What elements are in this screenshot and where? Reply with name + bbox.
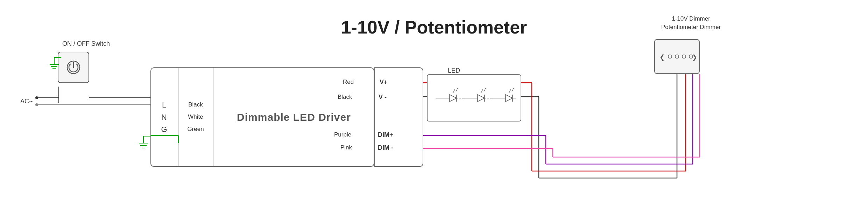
g-letter: G [161,123,167,135]
terminal-black-label: Black [338,94,352,101]
vplus-label: V+ [380,79,388,86]
svg-point-62 [35,103,38,106]
lng-letters: L N G [161,99,167,136]
svg-marker-15 [506,95,513,102]
led-box [427,74,521,121]
svg-line-17 [509,89,511,93]
svg-marker-9 [478,95,485,102]
svg-point-21 [668,55,672,58]
lng-section: L N G [150,67,178,167]
terminal-purple-label: Purple [334,131,351,138]
green-wire-label: Green [187,124,204,134]
switch-box [58,52,89,83]
dimplus-label: DIM+ [378,131,393,139]
svg-line-18 [512,88,514,92]
svg-line-12 [484,88,486,92]
dimmer-label: 1-10V Dimmer Potentiometer Dimmer [661,15,721,31]
page-title: 1-10V / Potentiometer [0,17,868,38]
driver-label-text: Dimmable LED Driver [237,111,351,123]
svg-marker-3 [450,95,457,102]
terminal-pink-label: Pink [340,144,352,151]
led-diodes-svg [432,84,516,112]
white-wire-label: White [188,112,203,122]
dimmer-symbol-svg: ❮ ❯ [658,48,696,65]
vminus-label: V - [379,94,387,101]
dimmer-line1: 1-10V Dimmer [661,15,721,23]
svg-point-23 [682,55,686,58]
svg-line-5 [453,89,455,93]
black-wire-label: Black [188,100,203,110]
switch-label: ON / OFF Switch [62,40,110,47]
svg-point-22 [675,55,679,58]
led-label: LED [448,67,460,74]
n-letter: N [161,111,167,123]
dimminus-label: DIM - [378,144,393,152]
dimmer-box: ❮ ❯ [654,39,700,74]
svg-text:❯: ❯ [692,54,696,61]
terminal-red-label: Red [343,79,354,86]
svg-line-11 [481,89,483,93]
dimmer-line2: Potentiometer Dimmer [661,23,721,31]
wire-colors-section: Black White Green [178,67,213,167]
ac-label: AC~ [20,98,33,105]
svg-text:❮: ❮ [659,54,666,61]
l-letter: L [162,99,166,111]
svg-point-61 [35,96,38,99]
svg-line-6 [456,88,458,92]
power-icon [66,60,81,75]
